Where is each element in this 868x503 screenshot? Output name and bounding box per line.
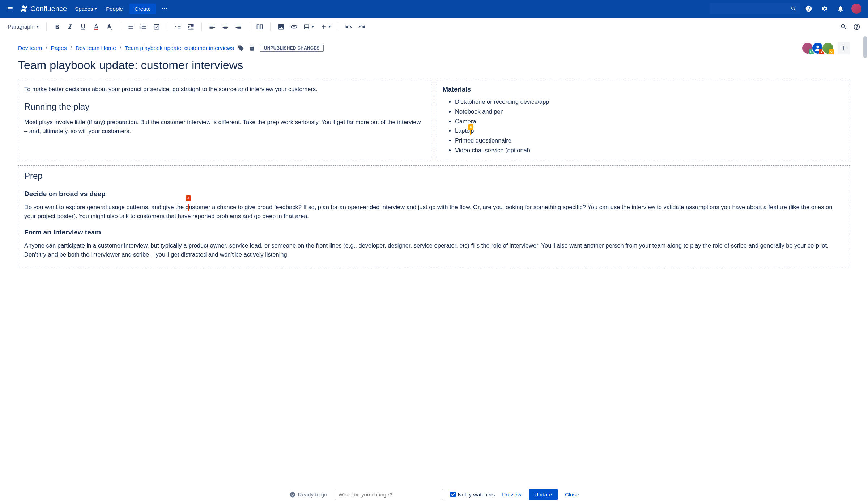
indent-button[interactable] [185,21,197,33]
align-center-button[interactable] [219,21,231,33]
chevron-down-icon [311,26,314,28]
breadcrumb-parent[interactable]: Dev team Home [76,45,116,51]
form-text[interactable]: Anyone can participate in a customer int… [24,241,844,259]
breadcrumb-current[interactable]: Team playbook update: customer interview… [125,45,234,51]
profile-avatar[interactable] [849,1,864,16]
list-item[interactable]: Dictaphone or recording device/app [455,97,844,106]
paragraph-style-select[interactable]: Paragraph [5,22,42,31]
list-item[interactable]: Printed questionnaire [455,136,844,145]
search-box[interactable] [710,3,800,14]
top-nav: Confluence Spaces People Create [0,0,868,18]
svg-rect-4 [154,24,159,29]
bullet-list-button[interactable] [124,21,137,33]
svg-point-0 [162,8,163,9]
running-heading[interactable]: Running the play [24,100,425,113]
intro-panel[interactable]: To make better decisions about your prod… [18,80,431,160]
scrollbar-thumb[interactable] [863,36,867,58]
list-item[interactable]: Video chat service (optional) [455,146,844,155]
outdent-button[interactable] [172,21,184,33]
presence-badge: C [829,49,834,54]
chevron-down-icon [36,26,39,28]
prep-panel[interactable]: Prep Decide on broad vs deep Do you want… [18,165,850,267]
collaborator-avatar[interactable]: C [822,42,834,54]
collab-cursor-c: C [468,124,473,130]
collab-caret [188,204,189,211]
layout-button[interactable] [254,21,266,33]
svg-point-2 [166,8,167,9]
running-text[interactable]: Most plays involve little (if any) prepa… [24,118,425,136]
page-header: Dev team/ Pages/ Dev team Home/ Team pla… [18,42,850,54]
table-button[interactable] [301,21,317,33]
materials-list[interactable]: Dictaphone or recording device/app Noteb… [443,97,844,155]
decide-text[interactable]: Do you want to explore general usage pat… [24,203,844,221]
intro-text[interactable]: To make better decisions about your prod… [24,85,425,94]
label-icon[interactable] [238,45,244,51]
search-icon [791,6,796,12]
unpublished-badge: UNPUBLISHED CHANGES [260,45,324,52]
lock-icon[interactable] [249,45,255,51]
more-button[interactable] [159,3,170,14]
bold-button[interactable] [51,21,63,33]
align-right-button[interactable] [232,21,244,33]
help-icon[interactable] [801,1,816,16]
scrollbar[interactable] [862,35,868,486]
undo-button[interactable] [342,21,355,33]
align-left-button[interactable] [206,21,218,33]
list-item[interactable]: CameCra [455,117,844,126]
svg-point-1 [164,8,165,9]
editor-toolbar: Paragraph [0,18,868,35]
chevron-down-icon [94,8,97,10]
svg-rect-7 [305,25,309,29]
redo-button[interactable] [356,21,368,33]
editor-content[interactable]: Dev team/ Pages/ Dev team Home/ Team pla… [0,35,868,486]
image-button[interactable] [275,21,287,33]
underline-button[interactable] [77,21,89,33]
list-item[interactable]: Laptop [455,126,844,135]
breadcrumb-pages[interactable]: Pages [51,45,67,51]
editor-help-button[interactable] [851,21,863,33]
find-button[interactable] [838,21,850,33]
breadcrumb: Dev team/ Pages/ Dev team Home/ Team pla… [18,45,234,51]
materials-heading[interactable]: Materials [443,85,844,94]
collab-cursor-j: J [186,195,191,201]
number-list-button[interactable] [137,21,150,33]
list-item[interactable]: Notebook and pen [455,107,844,116]
text-color-button[interactable] [90,21,102,33]
insert-button[interactable] [318,21,333,33]
gear-icon[interactable] [817,1,832,16]
notification-icon[interactable] [833,1,848,16]
nav-people[interactable]: People [102,4,127,14]
prep-heading[interactable]: Prep [24,169,844,182]
confluence-logo[interactable]: Confluence [17,5,70,13]
decide-heading[interactable]: Decide on broad vs deep [24,189,844,199]
logo-text: Confluence [30,5,67,13]
materials-panel[interactable]: Materials Dictaphone or recording device… [437,80,850,160]
collaborators: R J C [804,42,850,54]
link-button[interactable] [288,21,300,33]
italic-button[interactable] [64,21,76,33]
svg-rect-5 [257,25,259,29]
svg-rect-3 [94,29,98,30]
menu-icon[interactable] [4,3,16,14]
add-collaborator-button[interactable] [838,42,850,54]
svg-rect-6 [260,25,263,29]
form-heading[interactable]: Form an interview team [24,227,844,238]
create-button[interactable]: Create [129,4,156,14]
nav-spaces[interactable]: Spaces [71,4,101,14]
breadcrumb-space[interactable]: Dev team [18,45,42,51]
chevron-down-icon [328,26,331,28]
task-list-button[interactable] [150,21,163,33]
page-title[interactable]: Team playbook update: customer interview… [18,59,850,72]
more-format-button[interactable] [103,21,115,33]
